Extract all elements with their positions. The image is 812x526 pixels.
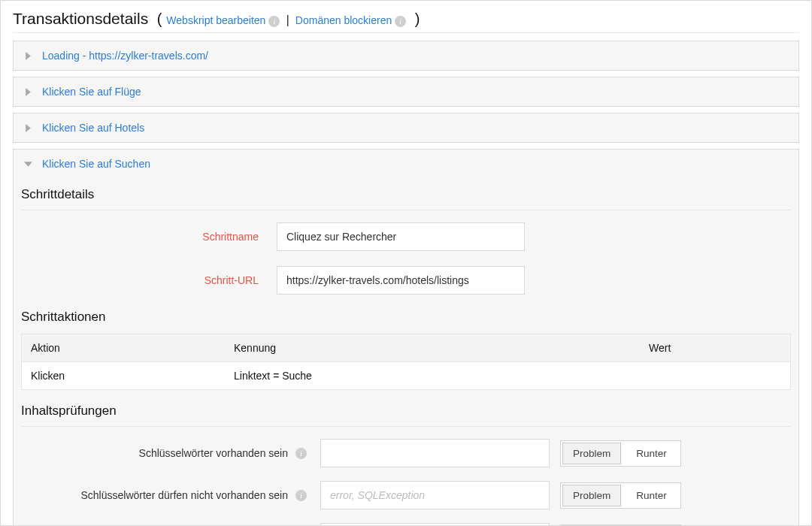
chevron-right-icon [23,122,33,133]
step-actions-heading: Schrittaktionen [21,310,791,329]
problem-button[interactable]: Problem [562,485,621,506]
step-header[interactable]: Klicken Sie auf Flüge [14,77,798,106]
page-title: Transaktionsdetails [13,10,148,28]
keywords-absent-input[interactable] [320,481,550,509]
severity-toggle: Problem Runter [560,482,681,509]
step-title: Klicken Sie auf Hotels [42,122,144,134]
info-icon[interactable]: i [295,490,307,501]
runter-button[interactable]: Runter [623,441,680,466]
step-header[interactable]: Klicken Sie auf Suchen [14,150,798,178]
step-title: Klicken Sie auf Suchen [42,158,150,170]
info-icon[interactable]: i [268,16,280,27]
step-item: Loading - https://zylker-travels.com/ [13,41,799,71]
step-item: Klicken Sie auf Hotels [13,113,799,143]
severity-toggle: Problem Runter [560,440,681,467]
title-bar: Transaktionsdetails ( Webskript bearbeit… [13,10,799,33]
keywords-absent-label: Schlüsselwörter dürfen nicht vorhanden s… [81,489,293,501]
step-header[interactable]: Klicken Sie auf Hotels [14,113,798,142]
paren-close: ) [411,11,420,28]
step-item: Klicken Sie auf Flüge [13,77,799,107]
content-check-row: Schlüsselwörter dürfen nicht vorhanden s… [21,481,791,509]
runter-button[interactable]: Runter [623,483,680,508]
actions-table: Aktion Kennung Wert Klicken Linktext = S… [21,334,791,390]
paren-open: ( [153,11,162,28]
step-item-expanded: Klicken Sie auf Suchen Schrittdetails Sc… [13,149,799,526]
col-identifier: Kennung [225,334,640,361]
stepname-input[interactable] [277,222,525,251]
step-details-heading: Schrittdetails [21,187,791,210]
keywords-present-input[interactable] [320,439,550,467]
info-icon[interactable]: i [295,448,307,459]
chevron-right-icon [23,50,33,61]
cell-identifier: Linktext = Suche [225,362,640,389]
regex-input[interactable] [320,523,550,526]
col-action: Aktion [22,334,225,361]
edit-webscript-link[interactable]: Webskript bearbeiten [166,14,265,26]
content-check-row: Schlüsselwörter vorhanden sein i Problem… [21,439,791,467]
problem-button[interactable]: Problem [562,443,621,464]
block-domains-link[interactable]: Domänen blockieren [295,14,392,26]
info-icon[interactable]: i [395,16,406,27]
stepurl-label: Schritt-URL [21,274,277,286]
step-title: Loading - https://zylker-travels.com/ [42,50,208,62]
cell-value [640,362,790,389]
content-checks-heading: Inhaltsprüfungen [21,404,791,427]
step-title: Klicken Sie auf Flüge [42,86,141,98]
separator: | [286,13,289,28]
keywords-present-label: Schlüsselwörter vorhanden sein [139,447,292,459]
col-value: Wert [640,334,790,361]
table-head: Aktion Kennung Wert [22,334,790,362]
stepurl-input[interactable] [277,266,525,295]
cell-action: Klicken [22,362,225,389]
step-header[interactable]: Loading - https://zylker-travels.com/ [14,41,798,70]
content-check-row: Sollte viel regulärer Ausdruck sein i Pr… [21,523,791,526]
stepname-label: Schrittname [21,231,277,243]
chevron-down-icon [23,159,33,169]
chevron-right-icon [23,86,33,97]
table-row: Klicken Linktext = Suche [22,362,790,389]
